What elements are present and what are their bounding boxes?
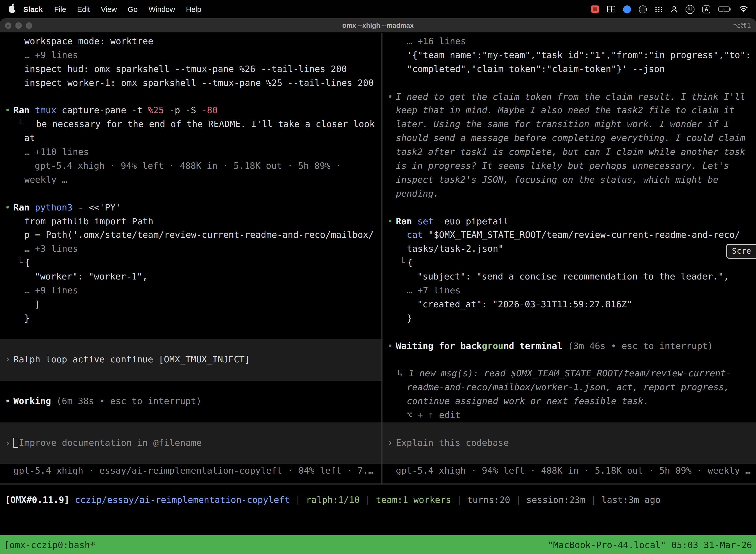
terminal-line: ] [0, 297, 381, 311]
dark-circle-icon[interactable] [639, 5, 647, 13]
terminal-line: … +110 lines [0, 145, 381, 159]
terminal-line: inspect_worker-1: omx sparkshell --tmux-… [0, 76, 381, 90]
menu-bar-left: Slack File Edit View Go Window Help [0, 5, 207, 13]
input-placeholder: Explain this codebase [396, 437, 509, 448]
pane-shortcut-badge: ⌥⌘1 [733, 18, 751, 33]
menu-app-name[interactable]: Slack [15, 5, 49, 13]
thinking-line: is in progress? It seems likely but perh… [382, 159, 756, 173]
prompt-chevron-icon: › [5, 436, 13, 450]
terminal-line: … +9 lines [0, 283, 381, 297]
terminal-line: … +16 lines [382, 34, 756, 48]
menu-go[interactable]: Go [122, 5, 143, 13]
omx-session: session:23m [526, 494, 585, 505]
bullet-icon: • [5, 200, 13, 214]
terminal-line: from pathlib import Path [0, 214, 381, 228]
thinking-line: •I need to get the claim token from the … [382, 90, 756, 104]
tmux-status-bar: [omx-cczip0:bash* "MacBook-Pro-44.local"… [0, 535, 756, 554]
minimize-button[interactable]: − [15, 22, 22, 29]
input-placeholder: Improve documentation in @filename [19, 437, 202, 448]
terminal-line: tasks/task-2.json" [382, 242, 756, 256]
thinking-line: should send a message before completing … [382, 131, 756, 145]
terminal-line: └{ [0, 256, 381, 270]
thinking-line: later. Using the same for transition mig… [382, 117, 756, 131]
omx-version: [OMX#0.11.9] [5, 494, 69, 505]
right-pane[interactable]: … +16 lines '{"team_name":"my-team","tas… [382, 34, 756, 478]
mailbox-note-line: continue assigned work or next feasible … [382, 394, 756, 408]
menu-file[interactable]: File [49, 5, 71, 13]
tree-branch-icon: └ [17, 119, 23, 129]
window-title: omx --xhigh --madmax [0, 21, 756, 29]
silhouette-icon[interactable] [671, 6, 678, 13]
bullet-icon: • [5, 394, 13, 408]
terminal-line: inspect_hud: omx sparkshell --tmux-pane … [0, 62, 381, 76]
terminal-line: … +9 lines [0, 48, 381, 62]
circled-61-badge[interactable]: 61 [686, 5, 694, 14]
omx-ralph: ralph:1/10 [306, 494, 360, 505]
terminal-line: } [382, 311, 756, 325]
bullet-icon: • [387, 90, 396, 104]
screen-share-overlay: Scre [727, 244, 756, 259]
screen: Slack File Edit View Go Window Help 61 A [0, 0, 756, 554]
inject-status-line: ›Ralph loop active continue [OMX_TMUX_IN… [0, 353, 381, 367]
battery-icon[interactable] [718, 6, 731, 12]
tree-branch-icon: └ [17, 258, 23, 268]
omx-last: last:3m ago [602, 494, 660, 505]
terminal-line: └be necessary for the end of the README.… [0, 117, 381, 131]
menu-bar-status-icons: 61 A [591, 5, 756, 14]
grid-window-icon[interactable] [607, 6, 615, 12]
apple-menu-icon[interactable] [9, 6, 15, 13]
terminal-line: … +3 lines [0, 242, 381, 256]
left-pane-status: gpt-5.4 xhigh · essay/ai-reimplementatio… [0, 463, 381, 477]
menu-help[interactable]: Help [181, 5, 207, 13]
bullet-icon: • [387, 339, 396, 353]
wifi-icon[interactable] [739, 6, 748, 12]
ran-set-line: •Ran set -euo pipefail [382, 214, 756, 228]
overlay-label: Scre [732, 246, 751, 256]
right-pane-status: gpt-5.4 xhigh · 94% left · 488K in · 5.1… [382, 463, 756, 477]
text-cursor [13, 438, 18, 448]
terminal-line: at [0, 131, 381, 145]
terminal-line: gpt-5.4 xhigh · 94% left · 488K in · 5.1… [0, 159, 381, 173]
prompt-chevron-icon: › [387, 436, 396, 450]
pane-divider-horizontal [0, 484, 756, 485]
thinking-line: inspect task2's JSON, focusing on the st… [382, 173, 756, 187]
close-button[interactable]: × [5, 22, 11, 29]
terminal-line: p = Path('.omx/state/team/review-current… [0, 228, 381, 242]
terminal-line: cat "$OMX_TEAM_STATE_ROOT/team/review-cu… [382, 228, 756, 242]
working-status-line: •Working(6m 38s • esc to interrupt) [0, 394, 381, 408]
dots-grid-icon[interactable] [655, 6, 663, 12]
command-name: cat [407, 230, 423, 240]
left-prompt-input[interactable]: ›Improve documentation in @filename [0, 436, 381, 450]
waiting-status-line: •Waiting for background terminal(3m 46s … [382, 339, 756, 353]
bullet-icon: • [5, 104, 13, 117]
command-name: python3 [29, 202, 72, 212]
left-pane[interactable]: workspace_mode: worktree … +9 lines insp… [0, 34, 381, 478]
thinking-line: pending. [382, 187, 756, 201]
terminal-content[interactable]: workspace_mode: worktree … +9 lines insp… [0, 33, 756, 554]
terminal-line: "subject": "send a concise recommendatio… [382, 270, 756, 283]
window-controls: × − + [5, 18, 32, 33]
command-name: set [412, 216, 434, 226]
terminal-line: "created_at": "2026-03-31T11:59:27.816Z" [382, 297, 756, 311]
terminal-line: └{ [382, 256, 756, 270]
zoom-button[interactable]: + [26, 22, 32, 29]
tmux-session-window: [omx-cczip0:bash* [4, 539, 95, 550]
ran-tmux-line: •Ran tmux capture-pane -t %25 -p -S -80 [0, 104, 381, 117]
terminal-line: "completed","claim_token":"claim-token"}… [382, 62, 756, 76]
menu-window[interactable]: Window [143, 5, 181, 13]
tree-branch-icon: └ [400, 258, 405, 268]
right-prompt-input[interactable]: ›Explain this codebase [382, 436, 756, 450]
screen-recording-icon[interactable] [591, 5, 599, 13]
menu-edit[interactable]: Edit [72, 5, 96, 13]
input-source-icon[interactable]: A [702, 5, 710, 13]
thinking-line: keep that in mind. Maybe I also need the… [382, 104, 756, 117]
omx-branch: cczip/essay/ai-reimplementation-copyleft [75, 494, 290, 505]
edit-hint: ⌥ + ↑ edit [382, 408, 756, 422]
command-name: tmux [29, 105, 56, 115]
return-arrow-icon: ↳ [397, 368, 403, 379]
bullet-icon: • [387, 214, 396, 228]
blue-app-icon[interactable] [623, 5, 631, 13]
menu-view[interactable]: View [95, 5, 122, 13]
terminal-line: '{"team_name":"my-team","task_id":"1","f… [382, 48, 756, 62]
tmux-host-clock: "MacBook-Pro-44.local" 05:03 31-Mar-26 [548, 539, 752, 550]
